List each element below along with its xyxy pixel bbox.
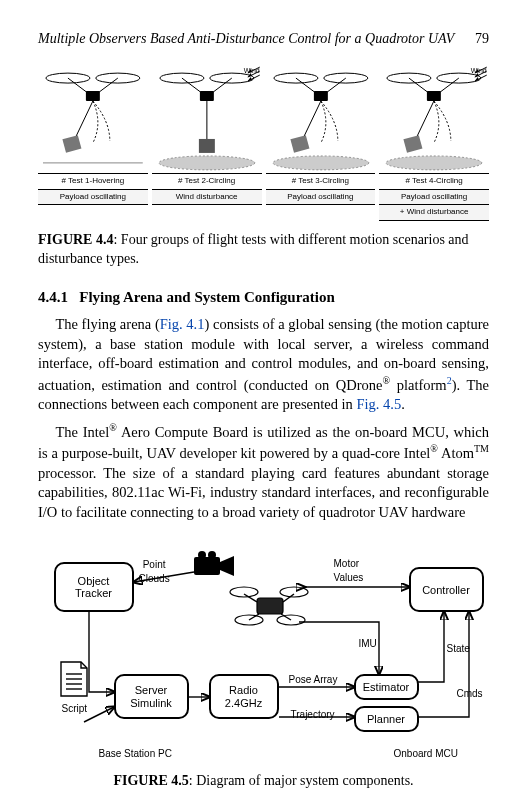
running-title: Multiple Observers Based Anti-Disturbanc… <box>38 31 454 46</box>
box-planner: Planner <box>354 706 419 732</box>
section-title: Flying Arena and System Configuration <box>79 289 335 305</box>
section-number: 4.4.1 <box>38 289 68 305</box>
box-controller: Controller <box>409 567 484 612</box>
svg-line-37 <box>409 78 429 93</box>
fig-4-5-link[interactable]: Fig. 4.5 <box>356 396 401 412</box>
figure-4-5-diagram: ObjectTracker ServerSimulink Radio2.4GHz… <box>39 542 489 762</box>
svg-line-38 <box>439 78 459 93</box>
label-trajectory: Trajectory <box>291 708 335 722</box>
test-panel-sub: Wind disturbance <box>152 190 262 206</box>
test-panel-sub: Payload oscillating <box>266 190 376 206</box>
label-imu: IMU <box>359 637 377 651</box>
test-panel-title: # Test 3-Circling <box>266 173 376 190</box>
box-server-simulink: ServerSimulink <box>114 674 189 719</box>
figure-4-4-label: FIGURE 4.4 <box>38 232 113 247</box>
figure-4-4-caption: FIGURE 4.4: Four groups of flight tests … <box>38 231 489 269</box>
figure-4-5-caption-text: : Diagram of major system components. <box>189 773 414 788</box>
svg-line-50 <box>84 707 114 722</box>
svg-line-3 <box>68 78 88 93</box>
label-pose-array: Pose Array <box>289 673 338 687</box>
svg-point-64 <box>280 587 308 597</box>
paragraph-2: The Intel® Aero Compute Board is utilize… <box>38 421 489 522</box>
svg-line-29 <box>325 78 345 93</box>
label-cmds: Cmds <box>457 687 483 701</box>
quadrotor-scene-icon <box>266 63 376 173</box>
test-panel-title: # Test 2-Circling <box>152 173 262 190</box>
quadrotor-scene-icon: Wind <box>379 63 489 173</box>
test-panel: Wind# Test 2-CirclingWind disturbance <box>152 63 262 221</box>
svg-point-63 <box>230 587 258 597</box>
figure-4-4-panels: # Test 1-HoveringPayload oscillatingWind… <box>38 63 489 221</box>
label-state: State <box>447 642 470 656</box>
svg-line-12 <box>182 78 202 93</box>
svg-point-62 <box>208 551 216 559</box>
label-onboard-mcu: Onboard MCU <box>394 747 458 761</box>
svg-line-13 <box>212 78 232 93</box>
svg-rect-30 <box>313 91 327 101</box>
svg-rect-41 <box>404 135 423 153</box>
figure-4-5-label: FIGURE 4.5 <box>113 773 188 788</box>
svg-rect-16 <box>199 139 215 153</box>
box-object-tracker: ObjectTracker <box>54 562 134 612</box>
svg-line-4 <box>98 78 118 93</box>
box-radio: Radio2.4GHz <box>209 674 279 719</box>
running-head: Multiple Observers Based Anti-Disturbanc… <box>38 30 489 49</box>
figure-4-5-caption: FIGURE 4.5: Diagram of major system comp… <box>38 772 489 791</box>
svg-rect-7 <box>62 135 81 153</box>
fig-4-1-link[interactable]: Fig. 4.1 <box>160 316 205 332</box>
label-script: Script <box>62 702 88 716</box>
test-panel-title: # Test 4-Circling <box>379 173 489 190</box>
svg-rect-67 <box>257 598 283 614</box>
label-point-clouds: PointClouds <box>139 558 170 585</box>
svg-line-28 <box>295 78 315 93</box>
svg-marker-60 <box>220 556 234 576</box>
label-base-station-pc: Base Station PC <box>99 747 172 761</box>
test-panel: Wind# Test 4-CirclingPayload oscillating… <box>379 63 489 221</box>
svg-rect-39 <box>427 91 441 101</box>
svg-rect-32 <box>290 135 309 153</box>
paragraph-1: The flying arena (Fig. 4.1) consists of … <box>38 315 489 415</box>
svg-rect-5 <box>86 91 100 101</box>
test-panel-sub: Payload oscillating <box>379 190 489 206</box>
test-panel-title: # Test 1-Hovering <box>38 173 148 190</box>
svg-rect-59 <box>194 557 220 575</box>
test-panel: # Test 1-HoveringPayload oscillating <box>38 63 148 221</box>
svg-rect-14 <box>200 91 214 101</box>
svg-point-61 <box>198 551 206 559</box>
quadrotor-scene-icon: Wind <box>152 63 262 173</box>
test-panel-sub: Payload oscillating <box>38 190 148 206</box>
box-estimator: Estimator <box>354 674 419 700</box>
label-motor-values: MotorValues <box>334 557 364 584</box>
quadrotor-scene-icon <box>38 63 148 173</box>
section-heading: 4.4.1 Flying Arena and System Configurat… <box>38 287 489 307</box>
test-panel: # Test 3-CirclingPayload oscillating <box>266 63 376 221</box>
page-number: 79 <box>475 30 489 49</box>
test-panel-sub: + Wind disturbance <box>379 205 489 221</box>
